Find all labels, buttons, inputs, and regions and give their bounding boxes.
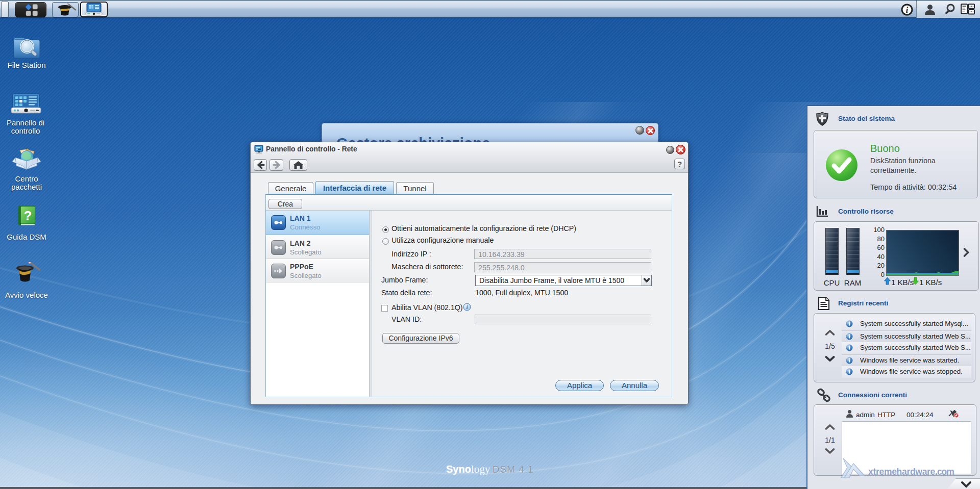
svg-text:i: i	[906, 6, 909, 14]
svg-text:?: ?	[24, 208, 32, 223]
